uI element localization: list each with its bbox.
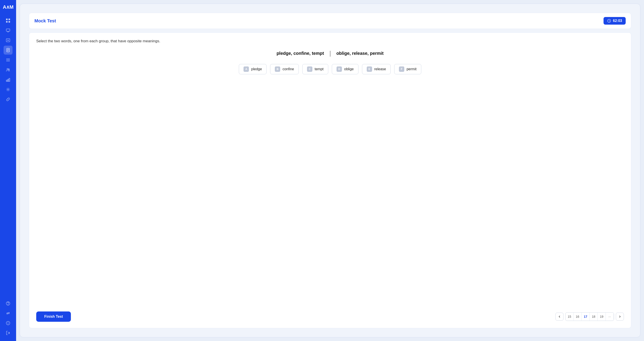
clock-icon — [607, 19, 611, 23]
page-17-active[interactable]: 17 — [582, 312, 590, 321]
page-18[interactable]: 18 — [590, 312, 598, 321]
main-content: Mock Test 62:03 Select the two words, on… — [16, 0, 644, 341]
document-icon — [6, 48, 10, 52]
sidebar-item-list[interactable] — [4, 56, 12, 65]
arrow-left-icon — [558, 315, 561, 318]
svg-rect-1 — [8, 19, 10, 20]
sidebar-item-transfer[interactable] — [4, 309, 12, 318]
option-d[interactable]: D oblige — [332, 64, 358, 74]
word-group-2: oblige, release, permit — [336, 51, 384, 56]
svg-rect-3 — [8, 21, 10, 23]
pagination: 15 16 17 18 19 ··· — [556, 312, 624, 321]
test-header-bar: Mock Test 62:03 — [29, 13, 631, 29]
app-logo: A∧M — [3, 4, 14, 11]
finish-test-button[interactable]: Finish Test — [36, 311, 71, 322]
info-icon — [6, 321, 10, 325]
svg-rect-16 — [6, 80, 7, 82]
option-b-letter: B — [275, 67, 280, 72]
option-e-letter: E — [367, 67, 372, 72]
sidebar-item-document[interactable] — [4, 46, 12, 55]
arrow-right-icon — [618, 315, 622, 318]
group-divider: | — [330, 50, 331, 57]
svg-rect-0 — [6, 19, 8, 20]
play-icon — [6, 38, 10, 43]
option-b[interactable]: B confine — [270, 64, 299, 74]
svg-point-19 — [8, 89, 9, 90]
page-numbers-container: 15 16 17 18 19 ··· — [565, 312, 614, 321]
option-a-letter: A — [244, 67, 249, 72]
svg-marker-6 — [8, 40, 9, 41]
svg-rect-17 — [8, 79, 8, 82]
test-title: Mock Test — [34, 18, 56, 24]
option-d-letter: D — [336, 67, 342, 72]
option-f-letter: F — [399, 67, 404, 72]
answer-options: A pledge B confine C tempt D — [36, 64, 624, 74]
svg-rect-18 — [9, 78, 10, 82]
transfer-icon — [6, 311, 10, 315]
word-group-1: pledge, confine, tempt — [276, 51, 324, 56]
sidebar-item-play[interactable] — [4, 36, 12, 45]
sidebar-item-grid[interactable] — [4, 16, 12, 25]
question-instruction: Select the two words, one from each grou… — [36, 39, 624, 44]
settings-icon — [6, 87, 10, 92]
test-wrapper: Mock Test 62:03 Select the two words, on… — [20, 4, 640, 337]
option-b-text: confine — [282, 67, 294, 71]
question-content: Select the two words, one from each grou… — [36, 39, 624, 82]
logout-icon — [6, 331, 10, 335]
option-e[interactable]: E release — [362, 64, 391, 74]
sidebar-item-users[interactable] — [4, 65, 12, 74]
svg-point-15 — [8, 69, 10, 70]
bottom-bar: Finish Test 15 16 17 18 — [36, 310, 624, 322]
list-icon — [6, 58, 10, 62]
pagination-prev-button[interactable] — [556, 312, 564, 321]
word-groups: pledge, confine, tempt | oblige, release… — [36, 50, 624, 57]
chart-icon — [6, 77, 10, 82]
svg-rect-4 — [6, 29, 10, 31]
option-f-text: permit — [406, 67, 416, 71]
svg-point-14 — [7, 69, 8, 70]
svg-point-21 — [8, 304, 8, 305]
link-icon — [6, 97, 10, 102]
option-f[interactable]: F permit — [394, 64, 421, 74]
option-d-text: oblige — [344, 67, 354, 71]
option-a-text: pledge — [251, 67, 262, 71]
pagination-next-button[interactable] — [616, 312, 624, 321]
sidebar-item-chart[interactable] — [4, 75, 12, 84]
content-area: Mock Test 62:03 Select the two words, on… — [20, 4, 640, 337]
option-c[interactable]: C tempt — [302, 64, 328, 74]
sidebar-item-info[interactable] — [4, 319, 12, 327]
sidebar-item-monitor[interactable] — [4, 26, 12, 35]
page-16[interactable]: 16 — [574, 312, 582, 321]
option-c-text: tempt — [314, 67, 324, 71]
sidebar-item-logout[interactable] — [4, 328, 12, 337]
timer-display: 62:03 — [613, 19, 622, 23]
page-19[interactable]: 19 — [598, 312, 606, 321]
option-a[interactable]: A pledge — [239, 64, 266, 74]
sidebar-item-help[interactable] — [4, 299, 12, 308]
option-c-letter: C — [307, 67, 312, 72]
page-15[interactable]: 15 — [566, 312, 574, 321]
sidebar-item-link[interactable] — [4, 95, 12, 104]
timer-badge: 62:03 — [604, 17, 626, 25]
option-e-text: release — [374, 67, 386, 71]
users-icon — [6, 68, 10, 72]
sidebar-item-settings[interactable] — [4, 85, 12, 94]
svg-rect-2 — [6, 21, 8, 23]
monitor-icon — [6, 28, 10, 33]
grid-icon — [6, 18, 10, 23]
page-ellipsis: ··· — [606, 312, 614, 321]
svg-point-24 — [8, 322, 8, 322]
sidebar: A∧M — [0, 0, 16, 341]
question-card: Select the two words, one from each grou… — [29, 33, 631, 328]
help-icon — [6, 301, 10, 306]
